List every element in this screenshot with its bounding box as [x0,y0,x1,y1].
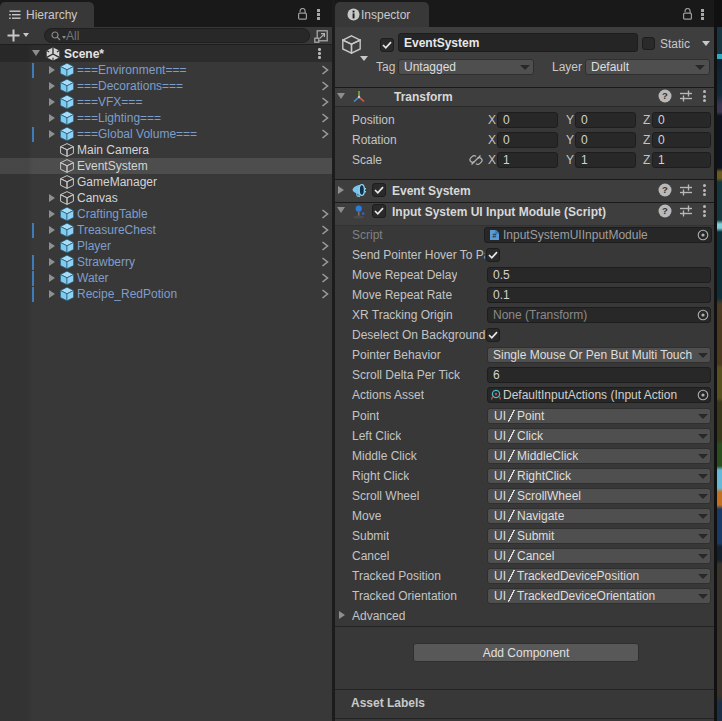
svg-text:#: # [493,232,497,239]
svg-text:?: ? [662,90,668,101]
svg-text:?: ? [662,205,668,216]
svg-text:?: ? [662,184,668,195]
